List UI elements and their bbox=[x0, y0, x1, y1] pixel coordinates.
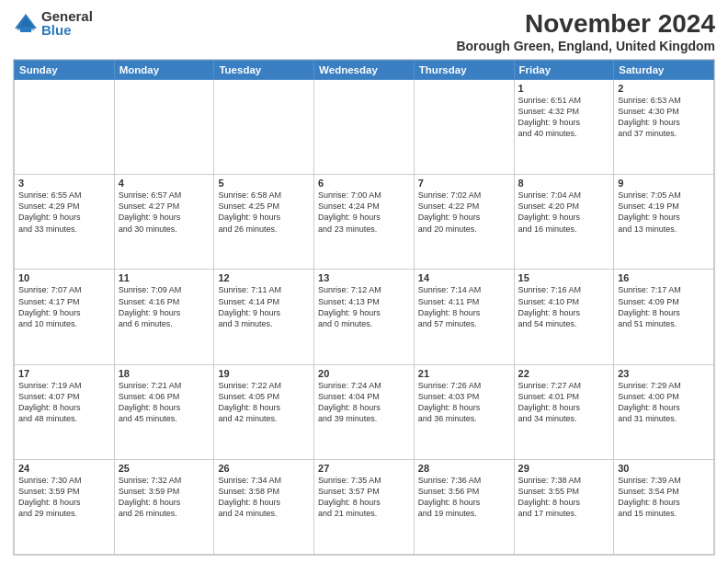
day-cell-1-1: 4Sunrise: 6:57 AM Sunset: 4:27 PM Daylig… bbox=[114, 175, 214, 270]
header-friday: Friday bbox=[514, 61, 614, 80]
svg-rect-2 bbox=[20, 27, 31, 32]
day-cell-3-0: 17Sunrise: 7:19 AM Sunset: 4:07 PM Dayli… bbox=[15, 364, 115, 459]
day-number: 3 bbox=[18, 178, 110, 189]
week-row-1: 1Sunrise: 6:51 AM Sunset: 4:32 PM Daylig… bbox=[15, 80, 714, 175]
week-row-3: 10Sunrise: 7:07 AM Sunset: 4:17 PM Dayli… bbox=[15, 270, 714, 364]
day-number: 2 bbox=[618, 83, 710, 94]
day-cell-2-0: 10Sunrise: 7:07 AM Sunset: 4:17 PM Dayli… bbox=[15, 270, 115, 364]
day-number: 12 bbox=[218, 272, 310, 283]
day-info: Sunrise: 7:27 AM Sunset: 4:01 PM Dayligh… bbox=[518, 380, 610, 425]
day-info: Sunrise: 6:57 AM Sunset: 4:27 PM Dayligh… bbox=[119, 190, 210, 235]
day-cell-3-3: 20Sunrise: 7:24 AM Sunset: 4:04 PM Dayli… bbox=[314, 364, 415, 459]
day-cell-1-6: 9Sunrise: 7:05 AM Sunset: 4:19 PM Daylig… bbox=[614, 175, 714, 270]
day-number: 18 bbox=[119, 368, 210, 379]
day-number: 29 bbox=[518, 463, 610, 474]
day-number: 6 bbox=[318, 178, 410, 189]
day-number: 8 bbox=[518, 178, 610, 189]
day-cell-1-2: 5Sunrise: 6:58 AM Sunset: 4:25 PM Daylig… bbox=[214, 175, 314, 270]
day-cell-1-3: 6Sunrise: 7:00 AM Sunset: 4:24 PM Daylig… bbox=[314, 175, 415, 270]
day-info: Sunrise: 7:02 AM Sunset: 4:22 PM Dayligh… bbox=[418, 190, 510, 235]
day-number: 24 bbox=[18, 463, 110, 474]
day-info: Sunrise: 6:53 AM Sunset: 4:30 PM Dayligh… bbox=[618, 95, 710, 140]
day-info: Sunrise: 7:16 AM Sunset: 4:10 PM Dayligh… bbox=[518, 284, 610, 329]
day-info: Sunrise: 6:58 AM Sunset: 4:25 PM Dayligh… bbox=[218, 190, 310, 235]
day-number: 9 bbox=[618, 178, 710, 189]
logo-icon bbox=[13, 10, 39, 36]
day-cell-1-4: 7Sunrise: 7:02 AM Sunset: 4:22 PM Daylig… bbox=[414, 175, 514, 270]
day-cell-4-3: 27Sunrise: 7:35 AM Sunset: 3:57 PM Dayli… bbox=[314, 459, 415, 554]
day-cell-2-5: 15Sunrise: 7:16 AM Sunset: 4:10 PM Dayli… bbox=[514, 270, 614, 364]
day-info: Sunrise: 7:05 AM Sunset: 4:19 PM Dayligh… bbox=[618, 190, 710, 235]
day-number: 10 bbox=[18, 272, 110, 283]
day-cell-3-1: 18Sunrise: 7:21 AM Sunset: 4:06 PM Dayli… bbox=[114, 364, 214, 459]
header-wednesday: Wednesday bbox=[314, 61, 415, 80]
day-info: Sunrise: 7:38 AM Sunset: 3:55 PM Dayligh… bbox=[518, 475, 610, 520]
logo-text: General Blue bbox=[41, 9, 93, 37]
day-info: Sunrise: 6:51 AM Sunset: 4:32 PM Dayligh… bbox=[518, 95, 610, 140]
header-thursday: Thursday bbox=[414, 61, 514, 80]
day-cell-0-0 bbox=[15, 80, 115, 175]
day-cell-4-4: 28Sunrise: 7:36 AM Sunset: 3:56 PM Dayli… bbox=[414, 459, 514, 554]
day-cell-3-6: 23Sunrise: 7:29 AM Sunset: 4:00 PM Dayli… bbox=[614, 364, 714, 459]
day-cell-3-2: 19Sunrise: 7:22 AM Sunset: 4:05 PM Dayli… bbox=[214, 364, 314, 459]
day-number: 19 bbox=[218, 368, 310, 379]
day-cell-1-0: 3Sunrise: 6:55 AM Sunset: 4:29 PM Daylig… bbox=[15, 175, 115, 270]
day-number: 20 bbox=[318, 368, 410, 379]
day-number: 1 bbox=[518, 83, 610, 94]
day-info: Sunrise: 7:00 AM Sunset: 4:24 PM Dayligh… bbox=[318, 190, 410, 235]
day-cell-4-5: 29Sunrise: 7:38 AM Sunset: 3:55 PM Dayli… bbox=[514, 459, 614, 554]
header: General Blue November 2024 Borough Green… bbox=[13, 9, 715, 53]
day-info: Sunrise: 7:32 AM Sunset: 3:59 PM Dayligh… bbox=[119, 475, 210, 520]
week-row-4: 17Sunrise: 7:19 AM Sunset: 4:07 PM Dayli… bbox=[15, 364, 714, 459]
day-info: Sunrise: 7:07 AM Sunset: 4:17 PM Dayligh… bbox=[18, 284, 110, 329]
day-cell-2-3: 13Sunrise: 7:12 AM Sunset: 4:13 PM Dayli… bbox=[314, 270, 415, 364]
day-number: 22 bbox=[518, 368, 610, 379]
day-cell-2-2: 12Sunrise: 7:11 AM Sunset: 4:14 PM Dayli… bbox=[214, 270, 314, 364]
day-info: Sunrise: 7:29 AM Sunset: 4:00 PM Dayligh… bbox=[618, 380, 710, 425]
page: General Blue November 2024 Borough Green… bbox=[0, 0, 728, 563]
day-number: 7 bbox=[418, 178, 510, 189]
header-saturday: Saturday bbox=[614, 61, 714, 80]
day-info: Sunrise: 7:04 AM Sunset: 4:20 PM Dayligh… bbox=[518, 190, 610, 235]
day-info: Sunrise: 7:30 AM Sunset: 3:59 PM Dayligh… bbox=[18, 475, 110, 520]
day-cell-4-1: 25Sunrise: 7:32 AM Sunset: 3:59 PM Dayli… bbox=[114, 459, 214, 554]
day-number: 23 bbox=[618, 368, 710, 379]
day-number: 16 bbox=[618, 272, 710, 283]
calendar-header-row: Sunday Monday Tuesday Wednesday Thursday… bbox=[15, 61, 714, 80]
title-block: November 2024 Borough Green, England, Un… bbox=[456, 9, 715, 53]
day-number: 26 bbox=[218, 463, 310, 474]
day-info: Sunrise: 7:36 AM Sunset: 3:56 PM Dayligh… bbox=[418, 475, 510, 520]
day-number: 13 bbox=[318, 272, 410, 283]
day-info: Sunrise: 7:24 AM Sunset: 4:04 PM Dayligh… bbox=[318, 380, 410, 425]
day-number: 25 bbox=[119, 463, 210, 474]
month-title: November 2024 bbox=[456, 9, 715, 39]
day-cell-2-1: 11Sunrise: 7:09 AM Sunset: 4:16 PM Dayli… bbox=[114, 270, 214, 364]
day-cell-0-5: 1Sunrise: 6:51 AM Sunset: 4:32 PM Daylig… bbox=[514, 80, 614, 175]
day-info: Sunrise: 7:21 AM Sunset: 4:06 PM Dayligh… bbox=[119, 380, 210, 425]
day-number: 30 bbox=[618, 463, 710, 474]
day-cell-0-3 bbox=[314, 80, 415, 175]
day-number: 4 bbox=[119, 178, 210, 189]
day-info: Sunrise: 7:39 AM Sunset: 3:54 PM Dayligh… bbox=[618, 475, 710, 520]
day-cell-4-2: 26Sunrise: 7:34 AM Sunset: 3:58 PM Dayli… bbox=[214, 459, 314, 554]
day-cell-4-0: 24Sunrise: 7:30 AM Sunset: 3:59 PM Dayli… bbox=[15, 459, 115, 554]
day-info: Sunrise: 6:55 AM Sunset: 4:29 PM Dayligh… bbox=[18, 190, 110, 235]
day-number: 5 bbox=[218, 178, 310, 189]
day-number: 15 bbox=[518, 272, 610, 283]
day-cell-4-6: 30Sunrise: 7:39 AM Sunset: 3:54 PM Dayli… bbox=[614, 459, 714, 554]
header-sunday: Sunday bbox=[15, 61, 115, 80]
day-number: 17 bbox=[18, 368, 110, 379]
day-info: Sunrise: 7:34 AM Sunset: 3:58 PM Dayligh… bbox=[218, 475, 310, 520]
header-monday: Monday bbox=[114, 61, 214, 80]
location: Borough Green, England, United Kingdom bbox=[456, 39, 715, 53]
day-info: Sunrise: 7:11 AM Sunset: 4:14 PM Dayligh… bbox=[218, 284, 310, 329]
day-number: 28 bbox=[418, 463, 510, 474]
day-number: 11 bbox=[119, 272, 210, 283]
week-row-2: 3Sunrise: 6:55 AM Sunset: 4:29 PM Daylig… bbox=[15, 175, 714, 270]
calendar: Sunday Monday Tuesday Wednesday Thursday… bbox=[13, 59, 715, 556]
day-info: Sunrise: 7:19 AM Sunset: 4:07 PM Dayligh… bbox=[18, 380, 110, 425]
day-number: 27 bbox=[318, 463, 410, 474]
day-info: Sunrise: 7:14 AM Sunset: 4:11 PM Dayligh… bbox=[418, 284, 510, 329]
day-cell-2-6: 16Sunrise: 7:17 AM Sunset: 4:09 PM Dayli… bbox=[614, 270, 714, 364]
header-tuesday: Tuesday bbox=[214, 61, 314, 80]
